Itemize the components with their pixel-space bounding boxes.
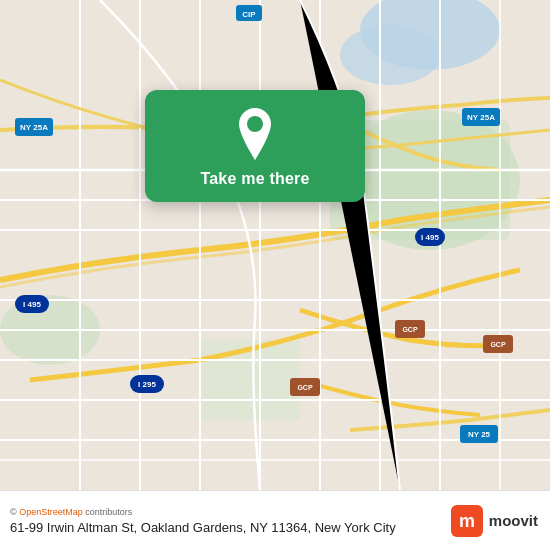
svg-point-44: [247, 116, 263, 132]
svg-text:CIP: CIP: [242, 10, 256, 19]
moovit-icon: m: [451, 505, 483, 537]
take-me-there-button[interactable]: Take me there: [200, 170, 309, 188]
address-text: 61-99 Irwin Altman St, Oakland Gardens, …: [10, 520, 396, 535]
svg-text:NY 25: NY 25: [468, 430, 491, 439]
svg-text:I 495: I 495: [23, 300, 41, 309]
svg-text:m: m: [459, 511, 475, 531]
map-card: Take me there: [145, 90, 365, 202]
map-container: NY 25A NY 25A I 495 I 495 I 295 GCP GCP …: [0, 0, 550, 490]
svg-text:GCP: GCP: [490, 341, 506, 348]
address-section: © OpenStreetMap contributors 61-99 Irwin…: [10, 507, 396, 535]
location-pin-icon: [233, 108, 277, 160]
moovit-logo: m moovit: [451, 505, 538, 537]
osm-credit: © OpenStreetMap contributors: [10, 507, 396, 517]
svg-text:NY 25A: NY 25A: [467, 113, 495, 122]
svg-text:I 495: I 495: [421, 233, 439, 242]
info-bar: © OpenStreetMap contributors 61-99 Irwin…: [0, 490, 550, 550]
moovit-label: moovit: [489, 512, 538, 529]
svg-rect-4: [200, 340, 300, 420]
svg-text:GCP: GCP: [297, 384, 313, 391]
svg-text:I 295: I 295: [138, 380, 156, 389]
svg-text:GCP: GCP: [402, 326, 418, 333]
svg-point-6: [340, 25, 440, 85]
svg-text:NY 25A: NY 25A: [20, 123, 48, 132]
